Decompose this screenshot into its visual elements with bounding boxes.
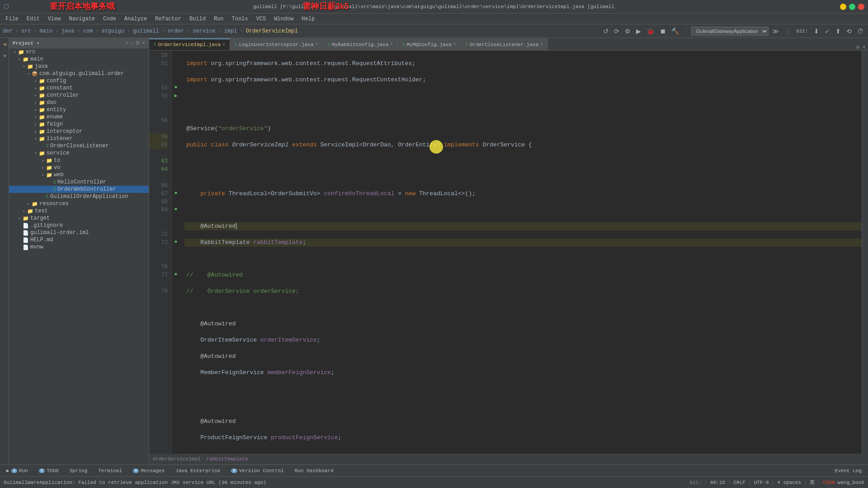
app-selector[interactable]: GulimallGatewayApplication — [691, 27, 769, 36]
code-content[interactable]: import org.springframework.web.context.r… — [180, 51, 862, 454]
breadcrumb-file[interactable]: OrderServiceImpl — [246, 28, 298, 34]
toolbar-debug[interactable]: 🐞 — [645, 27, 656, 36]
tree-ordercloselistener[interactable]: ▸ C OrderCloseListener — [9, 142, 149, 150]
tab-java-enterprise[interactable]: Java Enterprise — [171, 467, 225, 474]
minimize-button[interactable] — [840, 4, 846, 10]
breadcrumb-java[interactable]: java — [61, 28, 75, 34]
tab-loginuserinterceptor[interactable]: C LoginUserInterceptor.java × — [230, 38, 323, 50]
panel-gear[interactable]: ⚙ — [135, 40, 140, 46]
menu-file[interactable]: File — [2, 15, 22, 23]
status-encoding[interactable]: UTF-8 — [754, 480, 769, 485]
tree-dao[interactable]: ▸📁dao — [9, 99, 149, 106]
tree-interceptor[interactable]: ▸📁interceptor — [9, 128, 149, 135]
tree-config[interactable]: ▸📁config — [9, 77, 149, 84]
menu-tools[interactable]: Tools — [228, 15, 252, 23]
toolbar-build[interactable]: 🔨 — [670, 27, 681, 36]
path-class[interactable]: OrderServiceImpl — [153, 456, 201, 462]
maximize-button[interactable] — [849, 4, 855, 10]
status-position[interactable]: 60:15 — [710, 480, 725, 485]
tree-gulimallorderapplication[interactable]: ▸ C GulimallOrderApplication — [9, 193, 149, 200]
tab-close-2[interactable]: × — [315, 42, 318, 47]
right-gutter[interactable] — [862, 51, 868, 454]
menu-vcs[interactable]: VCS — [253, 15, 270, 23]
menu-refactor[interactable]: Refactor — [151, 15, 185, 23]
tree-java[interactable]: ▾📁java — [9, 63, 149, 70]
tree-target[interactable]: ▸📁target — [9, 215, 149, 222]
menu-window[interactable]: Window — [270, 15, 297, 23]
breadcrumb-src[interactable]: src — [21, 28, 31, 34]
tree-package[interactable]: ▾📦com.atguigu.gulimall.order — [9, 70, 149, 77]
tree-constant[interactable]: ▸📁constant — [9, 84, 149, 92]
menu-help[interactable]: Help — [298, 15, 318, 23]
tree-enume[interactable]: ▸📁enume — [9, 113, 149, 121]
toolbar-stop[interactable]: ⏹ — [658, 27, 668, 36]
tab-close-5[interactable]: × — [540, 42, 543, 47]
git-history[interactable]: ⏱ — [855, 27, 865, 36]
git-update[interactable]: ⬇ — [812, 27, 821, 36]
path-field[interactable]: rabbitTemplate — [206, 456, 248, 462]
tree-vo[interactable]: ▸📁vo — [9, 164, 149, 171]
git-revert[interactable]: ⟲ — [844, 27, 854, 36]
menu-run[interactable]: Run — [210, 15, 227, 23]
breadcrumb-order[interactable]: order — [168, 28, 184, 34]
close-button[interactable] — [858, 4, 864, 10]
menu-navigate[interactable]: Navigate — [65, 15, 99, 23]
toolbar-run[interactable]: ▶ — [634, 27, 643, 36]
tree-iml[interactable]: ▸ 📄 gulimall-order.iml — [9, 229, 149, 236]
breadcrumb-atguigu[interactable]: atguigu — [101, 28, 124, 34]
breadcrumb-service[interactable]: service — [193, 28, 215, 34]
tree-hellocontroller[interactable]: ▸ C HelloController — [9, 178, 149, 186]
tree-src[interactable]: ▾📁src — [9, 48, 149, 56]
tab-run[interactable]: ▶ 4 Run — [2, 467, 33, 474]
tab-terminal[interactable]: Terminal — [94, 467, 127, 474]
tree-test[interactable]: ▸📁test — [9, 207, 149, 215]
toolbar-settings[interactable]: ⚙ — [623, 27, 632, 36]
tree-controller[interactable]: ▸📁controller — [9, 92, 149, 99]
git-commit[interactable]: ✓ — [823, 27, 832, 36]
tab-messages[interactable]: 0 Messages — [128, 467, 169, 474]
breadcrumb-der[interactable]: der — [3, 28, 13, 34]
tab-mymqconfig[interactable]: C MyMQConfig.java × — [398, 38, 461, 50]
tab-version-control[interactable]: 9 Version Control — [226, 467, 288, 474]
tab-spring[interactable]: Spring — [65, 467, 92, 474]
panel-close[interactable]: × — [142, 40, 145, 46]
toolbar-more[interactable]: ≫ — [770, 27, 781, 36]
breadcrumb-com[interactable]: com — [83, 28, 93, 34]
menu-edit[interactable]: Edit — [23, 15, 43, 23]
status-indent[interactable]: 4 spaces — [777, 480, 801, 485]
status-lang[interactable]: 英 — [810, 479, 815, 486]
panel-settings[interactable]: – — [130, 40, 133, 46]
tab-close-1[interactable]: × — [222, 42, 225, 47]
tree-feign[interactable]: ▸📁feign — [9, 121, 149, 128]
tree-service[interactable]: ▾📁service — [9, 150, 149, 157]
tab-ordercloselistener[interactable]: C OrderCloseListener.java × — [461, 38, 548, 50]
tree-orderwebcontroller[interactable]: ▸ C OrderWebController — [9, 186, 149, 193]
tree-to[interactable]: ▸📁to — [9, 157, 149, 164]
tree-helpmd[interactable]: ▸ 📄 HELP.md — [9, 236, 149, 244]
menu-build[interactable]: Build — [186, 15, 209, 23]
tab-event-log[interactable]: Event Log — [830, 467, 866, 474]
tree-web[interactable]: ▾📁web — [9, 171, 149, 178]
tab-myrabbitconfig[interactable]: C MyRabbitConfig.java × — [323, 38, 398, 50]
breadcrumb-gulimall[interactable]: gulimall — [133, 28, 159, 34]
toolbar-sync[interactable]: ⟳ — [612, 27, 621, 36]
toolbar-refresh[interactable]: ↺ — [601, 27, 610, 36]
panel-add[interactable]: + — [125, 40, 128, 46]
tab-close-4[interactable]: × — [453, 42, 456, 47]
tree-entity[interactable]: ▸📁entity — [9, 106, 149, 113]
activity-project[interactable]: P — [1, 42, 8, 48]
tab-todo[interactable]: 6 TODO — [34, 467, 63, 474]
activity-favorites[interactable]: ★ — [0, 50, 9, 61]
tab-close-3[interactable]: × — [390, 42, 393, 47]
tree-listener[interactable]: ▾📁listener — [9, 135, 149, 142]
menu-analyze[interactable]: Analyze — [121, 15, 151, 23]
status-crlf[interactable]: CRLF — [734, 480, 745, 485]
breadcrumb-impl[interactable]: impl — [224, 28, 237, 34]
tab-orderserviceimpl[interactable]: C OrderServiceImpl.java × — [149, 38, 230, 50]
tree-gitignore[interactable]: ▸ 📄 .gitignore — [9, 222, 149, 229]
tab-run-dashboard[interactable]: Run Dashboard — [290, 467, 338, 474]
menu-code[interactable]: Code — [99, 15, 120, 23]
tree-resources[interactable]: ▸📁resources — [9, 200, 149, 207]
menu-view[interactable]: View — [44, 15, 65, 23]
git-push[interactable]: ⬆ — [834, 27, 843, 36]
